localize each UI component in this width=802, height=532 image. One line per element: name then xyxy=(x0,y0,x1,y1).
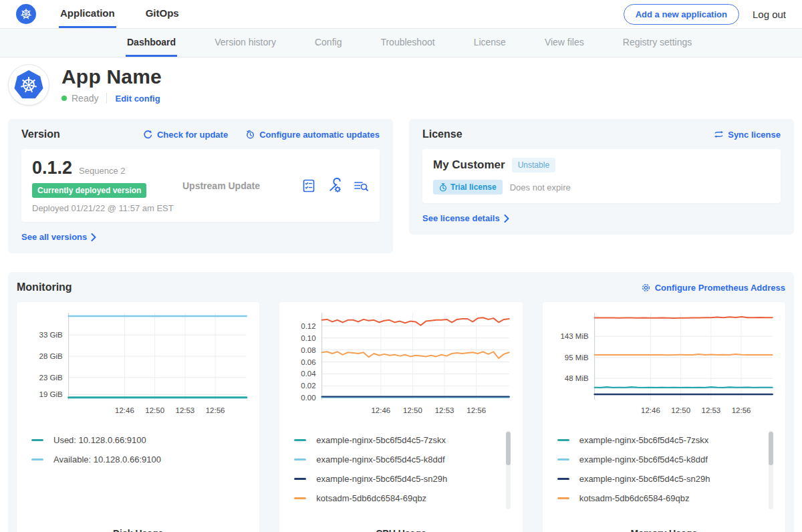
legend-color-dash xyxy=(294,497,306,499)
legend-label: Available: 10.128.0.66:9100 xyxy=(53,454,161,464)
svg-text:48 MiB: 48 MiB xyxy=(565,374,589,382)
add-new-application-button[interactable]: Add a new application xyxy=(624,4,739,25)
svg-text:0.12: 0.12 xyxy=(301,322,316,330)
svg-text:143 MiB: 143 MiB xyxy=(560,332,589,340)
chart-title: Memory Usage xyxy=(548,528,780,532)
legend-label: example-nginx-5bc6f5d4c5-sn29h xyxy=(316,474,447,484)
chart-legend: example-nginx-5bc6f5d4c5-7zskxexample-ng… xyxy=(294,430,517,509)
legend-color-dash xyxy=(557,439,569,441)
chart-legend: example-nginx-5bc6f5d4c5-7zskxexample-ng… xyxy=(557,430,780,509)
sync-arrows-icon xyxy=(714,130,724,139)
svg-text:0.08: 0.08 xyxy=(301,346,316,354)
tab-view-files[interactable]: View files xyxy=(543,29,585,57)
legend-label: Used: 10.128.0.66:9100 xyxy=(53,435,146,445)
version-sequence: Sequence 2 xyxy=(79,166,125,176)
svg-text:33 GiB: 33 GiB xyxy=(39,331,62,339)
tab-dashboard[interactable]: Dashboard xyxy=(126,29,177,57)
legend-color-dash xyxy=(294,478,306,480)
legend-color-dash xyxy=(557,497,569,499)
see-all-versions-link[interactable]: See all versions xyxy=(21,232,96,242)
svg-text:23 GiB: 23 GiB xyxy=(39,374,62,382)
version-card-title: Version xyxy=(21,128,60,140)
kubernetes-wheel-icon xyxy=(16,4,36,24)
legend-color-dash xyxy=(294,458,306,460)
legend-scrollbar[interactable] xyxy=(769,430,773,509)
svg-text:12:53: 12:53 xyxy=(176,406,195,414)
version-number: 0.1.2 xyxy=(32,158,72,178)
legend-item: kotsadm-5db6dc6584-69qbz xyxy=(294,489,517,508)
svg-text:12:46: 12:46 xyxy=(115,406,134,414)
svg-text:0.10: 0.10 xyxy=(301,334,316,342)
configure-automatic-updates-link[interactable]: Configure automatic updates xyxy=(245,130,380,140)
legend-scrollbar-thumb[interactable] xyxy=(506,432,511,465)
header-tab-gitops[interactable]: GitOps xyxy=(144,0,180,28)
top-header: ApplicationGitOps Add a new application … xyxy=(0,0,802,29)
stopwatch-icon xyxy=(439,183,447,192)
legend-item: Used: 10.128.0.66:9100 xyxy=(31,430,254,450)
chevron-right-icon xyxy=(91,233,96,241)
kubernetes-logo[interactable] xyxy=(16,0,36,28)
svg-text:12:50: 12:50 xyxy=(403,406,422,414)
tab-version-history[interactable]: Version history xyxy=(213,29,277,57)
legend-item: kotsadm-5db6dc6584-69qbz xyxy=(557,489,780,508)
edit-config-link[interactable]: Edit config xyxy=(115,94,160,104)
license-panel: My Customer Unstable Trial license Does … xyxy=(422,149,781,203)
legend-label: example-nginx-5bc6f5d4c5-7zskx xyxy=(579,435,709,445)
disk-usage-plot: 33 GiB28 GiB23 GiB19 GiB12:4612:5012:531… xyxy=(22,309,254,418)
version-source: Upstream Update xyxy=(182,180,260,191)
cpu-usage-plot: 0.120.100.080.060.040.020.0012:4612:5012… xyxy=(285,309,517,418)
monitoring-section: Monitoring Configure Prometheus Address … xyxy=(8,272,794,532)
configure-prometheus-link[interactable]: Configure Prometheus Address xyxy=(641,283,785,293)
svg-text:95 MiB: 95 MiB xyxy=(565,354,589,362)
legend-scrollbar-thumb[interactable] xyxy=(769,432,773,465)
legend-scrollbar[interactable] xyxy=(506,430,511,509)
refresh-icon xyxy=(143,130,153,140)
tab-config[interactable]: Config xyxy=(313,29,343,57)
tab-troubleshoot[interactable]: Troubleshoot xyxy=(379,29,436,57)
license-card: License Sync license My Customer Unstabl… xyxy=(409,119,794,235)
log-search-icon[interactable] xyxy=(353,178,369,193)
sync-license-link[interactable]: Sync license xyxy=(714,130,781,140)
legend-item: example-nginx-5bc6f5d4c5-k8ddf xyxy=(294,450,517,469)
svg-text:19 GiB: 19 GiB xyxy=(39,390,62,398)
legend-label: example-nginx-5bc6f5d4c5-7zskx xyxy=(316,435,446,445)
memory-usage-plot: 143 MiB95 MiB48 MiB12:4612:5012:5312:56 xyxy=(548,309,780,418)
legend-label: kotsadm-5db6dc6584-69qbz xyxy=(579,493,690,503)
tab-registry-settings[interactable]: Registry settings xyxy=(622,29,693,57)
legend-label: example-nginx-5bc6f5d4c5-k8ddf xyxy=(579,454,708,464)
wrench-gear-config-icon[interactable] xyxy=(327,178,342,193)
currently-deployed-badge: Currently deployed version xyxy=(32,183,146,198)
ready-status-dot xyxy=(61,96,67,101)
header-tab-application[interactable]: Application xyxy=(59,0,116,28)
license-expiry: Does not expire xyxy=(510,182,571,192)
current-version-panel: 0.1.2 Sequence 2 Currently deployed vers… xyxy=(21,149,380,222)
status-badge: Ready xyxy=(72,93,98,104)
check-for-update-link[interactable]: Check for update xyxy=(143,130,228,140)
header-tabs: ApplicationGitOps xyxy=(59,0,209,28)
legend-color-dash xyxy=(294,439,306,441)
avatar xyxy=(8,64,49,106)
svg-text:0.06: 0.06 xyxy=(301,358,316,366)
legend-color-dash xyxy=(31,458,43,460)
deployed-timestamp: Deployed 01/21/22 @ 11:57 am EST xyxy=(32,203,182,213)
svg-text:12:50: 12:50 xyxy=(671,406,690,414)
customer-name: My Customer xyxy=(433,158,505,172)
legend-item: example-nginx-5bc6f5d4c5-k8ddf xyxy=(557,450,780,469)
legend-color-dash xyxy=(557,458,569,460)
svg-text:0.04: 0.04 xyxy=(301,370,317,378)
see-license-details-link[interactable]: See license details xyxy=(422,213,509,223)
release-notes-checklist-icon[interactable] xyxy=(301,178,316,193)
app-header: App Name Ready Edit config xyxy=(0,57,802,110)
logout-button[interactable]: Log out xyxy=(753,9,786,20)
svg-text:12:56: 12:56 xyxy=(206,406,225,414)
legend-color-dash xyxy=(557,478,569,480)
legend-item: example-nginx-5bc6f5d4c5-7zskx xyxy=(294,430,517,450)
svg-text:0.00: 0.00 xyxy=(301,394,316,402)
divider xyxy=(106,93,107,104)
trial-license-badge: Trial license xyxy=(433,180,503,194)
license-card-title: License xyxy=(422,128,462,140)
channel-badge: Unstable xyxy=(512,158,555,172)
legend-label: kotsadm-5db6dc6584-69qbz xyxy=(316,493,426,503)
chart-card-memory-usage: 143 MiB95 MiB48 MiB12:4612:5012:5312:56e… xyxy=(543,302,785,532)
tab-license[interactable]: License xyxy=(473,29,507,57)
